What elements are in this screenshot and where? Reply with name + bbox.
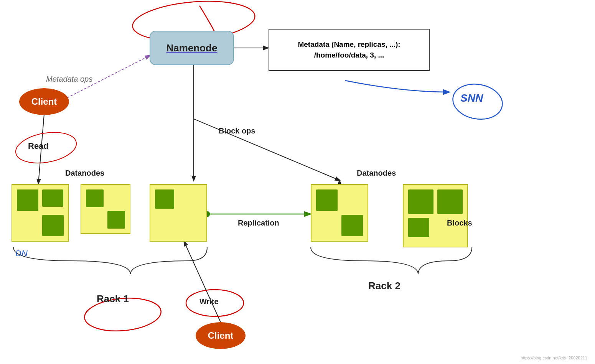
- block-3-1: [155, 189, 174, 209]
- client-top-label: Client: [31, 96, 57, 107]
- namenode-label: Namenode: [166, 42, 218, 54]
- rack2-label: Rack 2: [368, 280, 401, 292]
- metadata-ops-label: Metadata ops: [46, 75, 92, 84]
- namenode-box: Namenode: [150, 31, 234, 65]
- blocks-label: Blocks: [447, 219, 472, 227]
- block-ops-label: Block ops: [219, 127, 255, 135]
- watermark: https://blog.csdn.net/kris_20020211: [521, 356, 587, 360]
- svg-line-6: [184, 242, 221, 322]
- diagram-container: Namenode Metadata (Name, replicas, ...):…: [0, 0, 595, 364]
- block-4-2: [341, 215, 363, 236]
- client-oval-bottom: Client: [196, 322, 246, 349]
- svg-line-2: [194, 119, 340, 180]
- block-4-1: [316, 189, 338, 211]
- block-2-2: [107, 211, 125, 229]
- replication-label: Replication: [238, 219, 279, 227]
- client-oval-top: Client: [19, 88, 69, 115]
- block-1-2: [42, 189, 63, 207]
- datanode-1: [12, 184, 69, 242]
- datanode-5: [403, 184, 468, 247]
- block-5-3: [408, 218, 429, 237]
- block-1-1: [17, 189, 38, 211]
- metadata-box: Metadata (Name, replicas, ...): /home/fo…: [269, 29, 430, 71]
- rack1-label: Rack 1: [97, 293, 129, 305]
- block-2-1: [86, 189, 104, 207]
- client-bottom-label: Client: [208, 330, 234, 341]
- block-5-1: [408, 189, 433, 214]
- block-1-3: [42, 215, 64, 236]
- datanodes-left-label: Datanodes: [65, 169, 104, 178]
- write-label: Write: [199, 297, 219, 306]
- datanode-2: [81, 184, 130, 234]
- block-5-2: [437, 189, 463, 214]
- metadata-line1: Metadata (Name, replicas, ...):: [298, 39, 400, 50]
- metadata-line2: /home/foo/data, 3, ...: [298, 50, 400, 61]
- read-label: Read: [28, 141, 49, 151]
- datanodes-right-label: Datanodes: [357, 169, 396, 178]
- dn-label: DN: [15, 249, 28, 259]
- datanode-3: [150, 184, 207, 242]
- datanode-4: [311, 184, 368, 242]
- snn-label: SNN: [460, 92, 483, 104]
